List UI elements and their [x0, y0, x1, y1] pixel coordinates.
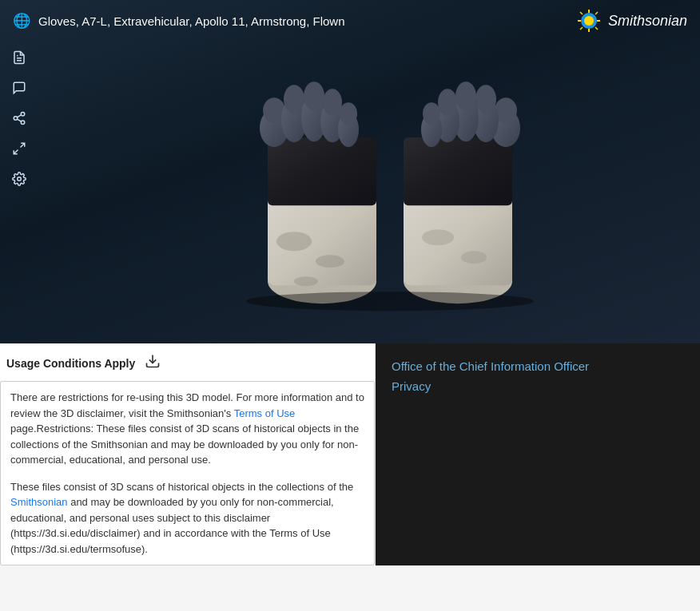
svg-point-24	[294, 276, 318, 286]
svg-point-12	[21, 113, 25, 117]
right-panel: Office of the Chief Information Officer …	[376, 343, 700, 565]
usage-paragraph1: There are restrictions for re-using this…	[10, 390, 364, 468]
svg-line-6	[580, 12, 583, 14]
svg-point-46	[455, 81, 476, 110]
svg-point-14	[21, 121, 25, 125]
privacy-link[interactable]: Privacy	[392, 379, 684, 393]
viewer-title-row: 🌐 Gloves, A7-L, Extravehicular, Apollo 1…	[13, 12, 345, 30]
svg-line-16	[17, 115, 21, 117]
svg-point-39	[461, 251, 487, 264]
svg-point-29	[284, 85, 304, 113]
svg-point-22	[276, 232, 312, 251]
left-panel: Usage Conditions Apply There are restric…	[0, 343, 376, 565]
svg-point-48	[438, 89, 457, 116]
toolbar-expand-btn[interactable]	[6, 136, 32, 161]
viewer-toolbar	[0, 40, 38, 196]
svg-line-7	[595, 27, 598, 30]
svg-rect-40	[404, 137, 512, 205]
terms-of-use-link[interactable]: Terms of Use	[234, 407, 296, 419]
svg-point-50	[423, 102, 440, 125]
globe-header-icon[interactable]: 🌐	[13, 12, 30, 30]
smithsonian-inline-link[interactable]: Smithsonian	[10, 496, 68, 508]
toolbar-comment-btn[interactable]	[6, 75, 32, 101]
bottom-section: Usage Conditions Apply There are restric…	[0, 343, 700, 565]
smithsonian-label: Smithsonian	[608, 13, 687, 30]
svg-point-13	[14, 117, 18, 121]
svg-point-19	[18, 177, 22, 181]
svg-line-18	[14, 150, 18, 154]
svg-rect-37	[404, 193, 512, 285]
svg-point-35	[340, 102, 357, 125]
download-button[interactable]	[145, 353, 161, 373]
gloves-3d-model[interactable]	[190, 34, 590, 321]
svg-rect-25	[268, 137, 376, 205]
usage-bar: Usage Conditions Apply	[0, 343, 375, 381]
svg-point-51	[246, 292, 534, 311]
svg-line-9	[580, 27, 583, 30]
toolbar-document-btn[interactable]	[6, 45, 32, 70]
svg-line-15	[17, 119, 21, 121]
svg-point-1	[584, 16, 594, 26]
svg-point-23	[316, 255, 344, 268]
usage-tooltip: There are restrictions for re-using this…	[0, 381, 375, 565]
toolbar-settings-btn[interactable]	[6, 166, 32, 192]
toolbar-share-btn[interactable]	[6, 105, 32, 131]
ocio-link[interactable]: Office of the Chief Information Officer	[392, 359, 684, 373]
3d-viewer: 🌐 Gloves, A7-L, Extravehicular, Apollo 1…	[0, 0, 700, 343]
svg-line-8	[595, 12, 598, 14]
svg-point-33	[323, 89, 342, 116]
svg-line-17	[21, 143, 25, 147]
viewer-header: 🌐 Gloves, A7-L, Extravehicular, Apollo 1…	[0, 0, 700, 42]
svg-point-44	[475, 85, 496, 113]
viewer-title: Gloves, A7-L, Extravehicular, Apollo 11,…	[38, 14, 345, 28]
svg-point-38	[422, 229, 454, 245]
usage-paragraph2: These files consist of 3D scans of histo…	[10, 479, 364, 557]
smithsonian-logo[interactable]: Smithsonian	[576, 8, 687, 34]
usage-title: Usage Conditions Apply	[6, 357, 135, 370]
svg-point-31	[304, 81, 324, 110]
smithsonian-sun-icon	[576, 8, 602, 34]
